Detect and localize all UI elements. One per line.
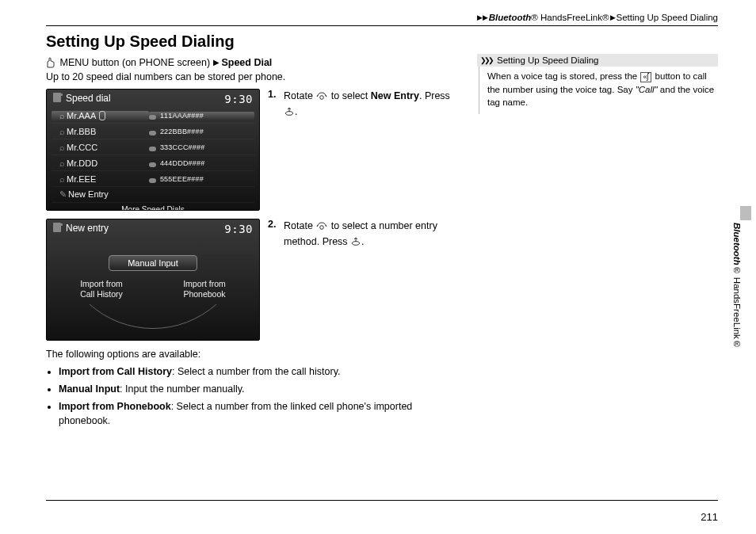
shot1-more: More Speed Dials [47, 205, 259, 211]
breadcrumb-sec1-b: ® HandsFreeLink® [531, 13, 609, 22]
intro-text: Up to 20 speed dial numbers can be store… [46, 71, 460, 82]
screenshot-new-entry: New entry 9:30 Manual Input Import from … [46, 219, 260, 341]
list-item: ✎New Entry [52, 187, 254, 203]
page-title: Setting Up Speed Dialing [46, 32, 718, 51]
hand-icon [46, 57, 55, 68]
breadcrumb-sec2: Setting Up Speed Dialing [617, 13, 719, 22]
menu-path-left: MENU button (on PHONE screen) [59, 57, 210, 68]
chevrons-icon: ❯❯❯ [480, 56, 497, 64]
step-number: 2. [268, 219, 279, 250]
shot1-title: Speed dial [66, 93, 111, 104]
phone-icon [53, 93, 61, 102]
shot1-clock: 9:30 [224, 93, 253, 105]
list-item: Import from Phonebook: Select a number f… [59, 399, 460, 428]
breadcrumb-arrow-icon: ▶▶ [476, 13, 489, 21]
svg-point-1 [286, 112, 293, 116]
options-intro: The following options are available: [46, 349, 460, 360]
breadcrumb: ▶▶Bluetooth® HandsFreeLink®▶Setting Up S… [46, 13, 718, 24]
press-dial-icon [284, 106, 294, 120]
step1-text: Rotate [284, 90, 315, 101]
arc-icon [82, 304, 224, 331]
svg-point-0 [320, 96, 324, 100]
shot2-title: New entry [66, 223, 109, 234]
phone-icon [53, 223, 61, 232]
side-tab: Bluetooth® HandsFreeLink® [727, 206, 746, 364]
list-item: ⌕Mr.EEE555EEE#### [52, 171, 254, 187]
menu-path: MENU button (on PHONE screen) ▶ Speed Di… [46, 57, 460, 68]
list-item: ⌕Mr.AAA111AAA#### [52, 108, 254, 124]
list-item: ⌕Mr.BBB222BBB#### [52, 124, 254, 139]
triangle-icon: ▶ [213, 58, 222, 67]
options-list: Import from Call History: Select a numbe… [46, 364, 460, 429]
menu-path-right: Speed Dial [221, 57, 272, 68]
page-number: 211 [701, 511, 718, 523]
shot2-clock: 9:30 [224, 223, 253, 235]
note-body: When a voice tag is stored, press the «ʃ… [479, 67, 718, 114]
shot2-left-opt: Import from Call History [66, 279, 137, 299]
list-item: Import from Call History: Select a numbe… [59, 364, 460, 379]
svg-point-3 [353, 242, 360, 246]
press-dial-icon [351, 236, 361, 250]
list-item: ⌕Mr.DDD444DDD#### [52, 155, 254, 171]
rotate-dial-icon [316, 220, 327, 235]
step-number: 1. [268, 89, 279, 120]
step-2: 2. Rotate to select a number entry metho… [268, 219, 460, 250]
note-title: Setting Up Speed Dialing [497, 55, 599, 65]
note-header: ❯❯❯ Setting Up Speed Dialing [477, 54, 718, 67]
svg-point-2 [320, 226, 324, 230]
rule-line [46, 25, 718, 26]
list-item: ⌕Mr.CCC333CCC#### [52, 139, 254, 155]
rule-line [46, 500, 718, 501]
voice-tag-icon [99, 111, 107, 119]
screenshot-speed-dial: Speed dial 9:30 ⌕Mr.AAA111AAA#### ⌕Mr.BB… [46, 89, 260, 211]
shot2-center-pill: Manual Input [109, 255, 197, 271]
breadcrumb-sec1-a: Bluetooth [489, 13, 532, 22]
breadcrumb-arrow-icon: ▶ [609, 13, 617, 21]
step-1: 1. Rotate to select New Entry. Press . [268, 89, 460, 120]
shot2-right-opt: Import from Phonebook [169, 279, 240, 299]
list-item: Manual Input: Input the number manually. [59, 382, 460, 396]
rotate-dial-icon [316, 90, 327, 105]
talk-button-icon: «ʃ [640, 72, 651, 82]
